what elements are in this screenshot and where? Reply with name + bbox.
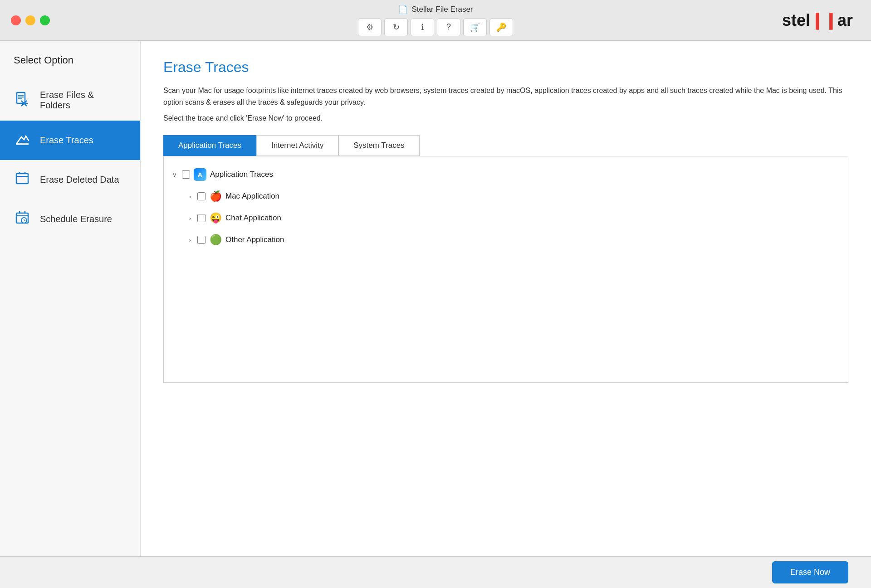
svg-rect-7 xyxy=(16,143,29,145)
sidebar-item-erase-traces[interactable]: Erase Traces xyxy=(0,121,140,160)
close-button[interactable] xyxy=(11,15,21,25)
stellar-logo: stel❙❙ar xyxy=(782,11,853,30)
sidebar-item-erase-deleted[interactable]: Erase Deleted Data xyxy=(0,160,140,199)
settings-button[interactable]: ⚙ xyxy=(358,18,382,36)
checkbox-other-app[interactable] xyxy=(197,236,206,244)
svg-rect-8 xyxy=(16,174,28,184)
main-layout: Select Option Erase Files & Folders xyxy=(0,41,871,556)
checkbox-mac-app[interactable] xyxy=(197,192,206,200)
traffic-lights xyxy=(11,15,50,25)
erase-deleted-icon xyxy=(14,170,31,190)
tab-system-traces[interactable]: System Traces xyxy=(338,135,419,156)
erase-deleted-label: Erase Deleted Data xyxy=(40,175,119,185)
label-app-traces: Application Traces xyxy=(210,170,273,179)
tree-row-mac-app[interactable]: › 🍎 Mac Application xyxy=(168,185,843,207)
key-icon: 🔑 xyxy=(496,22,506,32)
icon-other-app: 🟢 xyxy=(209,233,222,246)
chevron-other-app: › xyxy=(186,237,194,243)
label-mac-app: Mac Application xyxy=(225,192,279,201)
page-title: Erase Traces xyxy=(163,59,848,76)
app-title-icon: 📄 xyxy=(398,5,408,15)
schedule-erasure-icon xyxy=(14,209,31,229)
minimize-button[interactable] xyxy=(25,15,35,25)
info-icon: ℹ xyxy=(421,22,424,32)
page-instruction: Select the trace and click 'Erase Now' t… xyxy=(163,114,848,122)
page-description: Scan your Mac for usage footprints like … xyxy=(163,85,848,108)
refresh-icon: ↻ xyxy=(393,22,400,32)
titlebar-center: 📄 Stellar File Eraser ⚙ ↻ ℹ ? 🛒 🔑 xyxy=(358,5,513,36)
refresh-button[interactable]: ↻ xyxy=(384,18,408,36)
titlebar: 📄 Stellar File Eraser ⚙ ↻ ℹ ? 🛒 🔑 xyxy=(0,0,871,41)
erase-traces-icon xyxy=(14,131,31,150)
erase-files-label: Erase Files & Folders xyxy=(40,90,127,111)
info-button[interactable]: ℹ xyxy=(411,18,434,36)
svg-rect-0 xyxy=(17,92,25,103)
schedule-erasure-label: Schedule Erasure xyxy=(40,214,112,224)
label-chat-app: Chat Application xyxy=(225,214,281,223)
tabs: Application Traces Internet Activity Sys… xyxy=(163,135,848,156)
label-other-app: Other Application xyxy=(225,235,284,244)
sidebar-item-schedule-erasure[interactable]: Schedule Erasure xyxy=(0,199,140,239)
checkbox-chat-app[interactable] xyxy=(197,214,206,222)
app-title: 📄 Stellar File Eraser xyxy=(398,5,473,15)
icon-app-traces: A xyxy=(194,168,206,181)
chevron-chat-app: › xyxy=(186,215,194,222)
checkbox-app-traces[interactable] xyxy=(182,170,190,179)
tree-row-other-app[interactable]: › 🟢 Other Application xyxy=(168,229,843,251)
tree-row-app-traces[interactable]: ∨ A Application Traces xyxy=(168,164,843,185)
maximize-button[interactable] xyxy=(40,15,50,25)
sidebar-item-erase-files[interactable]: Erase Files & Folders xyxy=(0,80,140,121)
content-area: Erase Traces Scan your Mac for usage foo… xyxy=(141,41,871,556)
erase-traces-label: Erase Traces xyxy=(40,135,93,146)
app-title-text: Stellar File Eraser xyxy=(411,5,473,14)
chevron-app-traces: ∨ xyxy=(171,171,178,178)
tree-container: ∨ A Application Traces › 🍎 Mac Applicati… xyxy=(163,156,848,383)
tab-application-traces[interactable]: Application Traces xyxy=(163,135,256,156)
settings-icon: ⚙ xyxy=(366,22,373,32)
icon-chat-app: 😜 xyxy=(209,212,222,224)
sidebar-title: Select Option xyxy=(0,54,140,80)
help-button[interactable]: ? xyxy=(437,18,460,36)
sidebar: Select Option Erase Files & Folders xyxy=(0,41,141,556)
tree-row-chat-app[interactable]: › 😜 Chat Application xyxy=(168,207,843,229)
chevron-mac-app: › xyxy=(186,193,194,200)
cart-button[interactable]: 🛒 xyxy=(463,18,487,36)
cart-icon: 🛒 xyxy=(470,22,480,32)
key-button[interactable]: 🔑 xyxy=(489,18,513,36)
help-icon: ? xyxy=(446,22,451,32)
erase-files-icon xyxy=(14,91,31,110)
toolbar: ⚙ ↻ ℹ ? 🛒 🔑 xyxy=(358,18,513,36)
tab-internet-activity[interactable]: Internet Activity xyxy=(256,135,338,156)
icon-mac-app: 🍎 xyxy=(209,190,222,203)
erase-now-button[interactable]: Erase Now xyxy=(772,561,848,583)
bottom-bar: Erase Now xyxy=(0,556,871,588)
